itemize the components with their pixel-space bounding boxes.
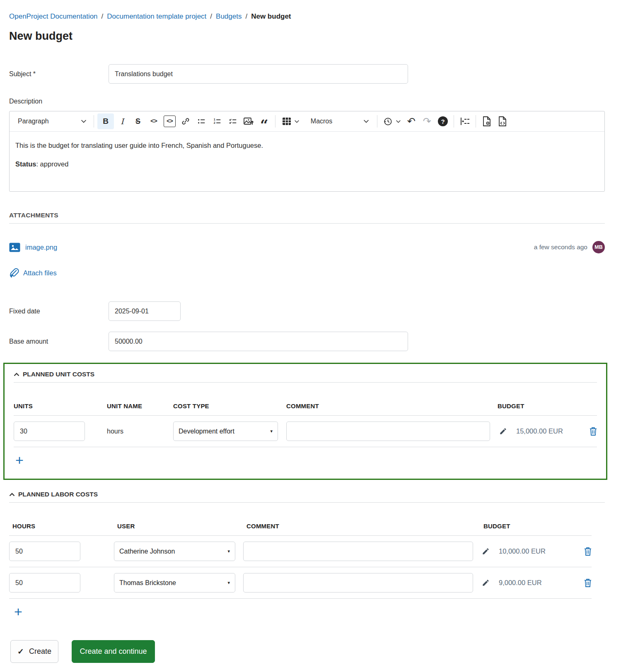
- insert-table-dropdown[interactable]: [279, 113, 302, 129]
- cost-type-select[interactable]: Development effort ▾: [173, 422, 278, 441]
- hours-column-header: HOURS: [12, 523, 117, 530]
- description-line: This is the budget for translating user …: [15, 142, 599, 149]
- insert-image-icon[interactable]: [241, 113, 256, 129]
- unit-name-column-header: UNIT NAME: [107, 402, 173, 409]
- fixed-date-input[interactable]: [109, 301, 181, 321]
- checkmark-icon: ✓: [17, 647, 24, 656]
- planned-labor-costs-title: PLANNED LABOR COSTS: [18, 491, 98, 498]
- italic-button[interactable]: I: [115, 113, 130, 129]
- paragraph-style-dropdown[interactable]: Paragraph: [14, 113, 90, 129]
- undo-icon[interactable]: ↶: [404, 113, 419, 129]
- macros-dropdown[interactable]: Macros: [303, 113, 374, 129]
- base-amount-input[interactable]: [109, 332, 408, 351]
- chevron-up-icon: [14, 373, 19, 376]
- unit-costs-row: hours Development effort ▾ 15,000.00 EUR: [14, 416, 597, 447]
- breadcrumb-separator: /: [101, 12, 104, 20]
- link-icon[interactable]: [178, 113, 193, 129]
- breadcrumb-link-budgets[interactable]: Budgets: [216, 12, 242, 20]
- breadcrumb: OpenProject Documentation/Documentation …: [9, 12, 605, 21]
- edit-budget-icon[interactable]: [482, 579, 490, 587]
- create-and-continue-label: Create and continue: [80, 647, 147, 656]
- user-select[interactable]: Thomas Brickstone ▾: [114, 573, 235, 593]
- user-column-header: USER: [117, 523, 246, 530]
- paragraph-style-label: Paragraph: [18, 118, 49, 125]
- form-actions: ✓ Create Create and continue: [9, 640, 605, 663]
- units-input[interactable]: [14, 422, 85, 441]
- description-content[interactable]: This is the budget for translating user …: [10, 132, 604, 191]
- page-title: New budget: [9, 30, 605, 43]
- macros-label: Macros: [308, 118, 335, 125]
- image-file-icon: [9, 243, 20, 252]
- fixed-date-label: Fixed date: [9, 308, 109, 315]
- svg-text:?: ?: [441, 118, 445, 125]
- chevron-down-icon: [396, 120, 401, 123]
- hours-input[interactable]: [9, 542, 80, 561]
- breadcrumb-link-openproject-documentation[interactable]: OpenProject Documentation: [9, 12, 98, 20]
- labor-budget-value: 10,000.00 EUR: [499, 547, 546, 555]
- create-and-continue-button[interactable]: Create and continue: [72, 640, 155, 663]
- attachment-file-link[interactable]: image.png: [9, 243, 57, 252]
- attach-files-button[interactable]: Attach files: [9, 267, 605, 278]
- chevron-down-icon: [295, 120, 299, 123]
- add-unit-cost-button[interactable]: +: [14, 447, 30, 470]
- attachment-row: image.png a few seconds ago MB: [9, 241, 605, 253]
- add-labor-cost-button[interactable]: +: [12, 599, 29, 621]
- paperclip-icon: [9, 267, 19, 278]
- delete-row-icon[interactable]: [590, 427, 597, 436]
- delete-row-icon[interactable]: [584, 547, 592, 556]
- revision-history-dropdown[interactable]: [381, 113, 403, 129]
- base-amount-row: Base amount: [9, 332, 605, 351]
- subject-input[interactable]: [109, 64, 408, 84]
- labor-costs-row: Catherine Johnson ▾ 10,000.00 EUR: [9, 536, 592, 567]
- description-label: Description: [9, 98, 605, 105]
- cost-type-selected-value: Development effort: [179, 428, 234, 435]
- user-select[interactable]: Catherine Johnson ▾: [114, 542, 235, 561]
- chevron-down-icon: [364, 120, 369, 123]
- avatar: MB: [592, 241, 605, 253]
- labor-costs-row: Thomas Brickstone ▾ 9,000.00 EUR: [9, 567, 592, 599]
- source-code-icon[interactable]: [495, 113, 510, 129]
- planned-unit-costs-header[interactable]: PLANNED UNIT COSTS: [14, 371, 597, 383]
- unit-budget-value: 15,000.00 EUR: [516, 427, 563, 435]
- redo-icon[interactable]: ↷: [420, 113, 435, 129]
- comment-column-header: COMMENT: [246, 523, 483, 530]
- inline-code-button[interactable]: <>: [146, 113, 161, 129]
- cost-type-column-header: COST TYPE: [173, 402, 286, 409]
- create-button[interactable]: ✓ Create: [10, 640, 58, 663]
- toolbar-divider: [476, 115, 476, 128]
- code-block-button[interactable]: <>: [164, 116, 176, 127]
- labor-costs-header-row: HOURS USER COMMENT BUDGET: [9, 523, 592, 536]
- comment-column-header: COMMENT: [286, 402, 498, 409]
- create-button-label: Create: [29, 647, 51, 656]
- page-break-icon[interactable]: [457, 113, 472, 129]
- unit-comment-input[interactable]: [286, 422, 490, 441]
- planned-labor-costs-header[interactable]: PLANNED LABOR COSTS: [9, 491, 605, 503]
- breadcrumb-link-documentation-template-project[interactable]: Documentation template project: [107, 12, 206, 20]
- numbered-list-icon[interactable]: 12: [210, 113, 225, 129]
- toolbar-divider: [454, 115, 454, 128]
- attachment-timestamp: a few seconds ago: [534, 243, 587, 251]
- planned-unit-costs-title: PLANNED UNIT COSTS: [23, 371, 94, 378]
- strikethrough-button[interactable]: S: [130, 113, 145, 129]
- help-icon[interactable]: ?: [435, 113, 450, 129]
- edit-budget-icon[interactable]: [482, 547, 490, 555]
- labor-comment-input[interactable]: [243, 542, 473, 561]
- user-selected-value: Thomas Brickstone: [119, 579, 176, 587]
- preview-icon[interactable]: [479, 113, 494, 129]
- bold-button[interactable]: B: [97, 113, 114, 129]
- delete-row-icon[interactable]: [584, 578, 592, 587]
- breadcrumb-current-new-budget: New budget: [251, 12, 291, 20]
- bulleted-list-icon[interactable]: [194, 113, 209, 129]
- labor-comment-input[interactable]: [243, 573, 473, 593]
- description-editor: Paragraph B I S <> <> 12 “: [9, 111, 605, 192]
- blockquote-icon[interactable]: “: [257, 113, 272, 129]
- edit-budget-icon[interactable]: [499, 427, 507, 435]
- hours-input[interactable]: [9, 573, 80, 593]
- units-column-header: UNITS: [14, 402, 107, 409]
- toolbar-divider: [377, 115, 377, 128]
- attachments-section-title: ATTACHMENTS: [9, 212, 605, 224]
- todo-list-icon[interactable]: [225, 113, 240, 129]
- budget-column-header: BUDGET: [498, 402, 580, 409]
- history-clock-icon: [383, 117, 393, 126]
- editor-toolbar: Paragraph B I S <> <> 12 “: [10, 111, 604, 132]
